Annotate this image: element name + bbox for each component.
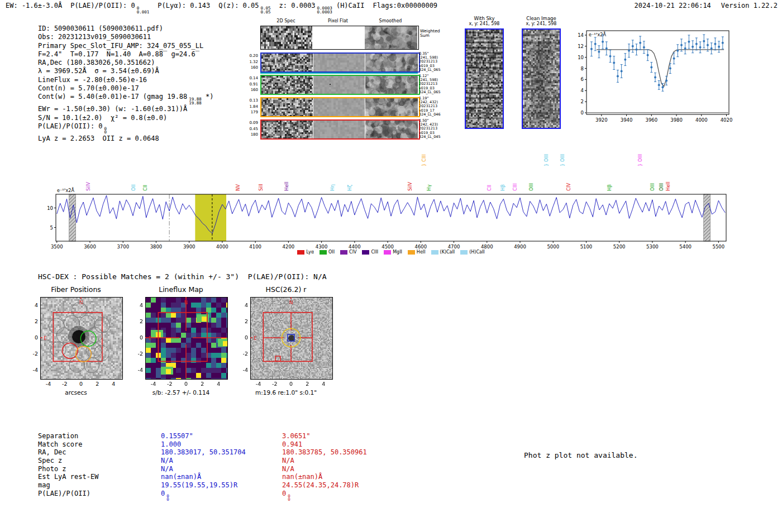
legend-swatch	[384, 250, 391, 255]
header-meta: 2024-10-21 22:06:14Version 1.22.2	[635, 2, 778, 9]
row-left-value: 160	[241, 87, 258, 93]
legend-item: (H)CaII	[460, 250, 484, 255]
row-left-value: 0.13	[241, 98, 258, 104]
spec2d-row-strip	[260, 97, 420, 117]
header-segment: Flags:0x00000009	[373, 2, 437, 9]
svg-text:4200: 4200	[283, 244, 295, 250]
emission-line-label: SiII	[258, 184, 264, 191]
svg-text:4700: 4700	[448, 244, 460, 250]
weighted-2dspec-image	[261, 26, 312, 49]
y-tick-label: -2	[235, 351, 248, 357]
row-pixelflat-image	[313, 121, 365, 138]
match-value: N/A	[282, 465, 367, 473]
y-tick-label: -4	[235, 367, 248, 373]
row-left-values: 0.131.84179	[241, 98, 258, 116]
svg-text:10: 10	[578, 55, 584, 60]
y-tick-label: 4	[130, 302, 143, 308]
spec2d-row-strip	[260, 52, 420, 73]
match-table-labels: SeparationMatch scoreRA, DecSpec zPhoto …	[38, 432, 98, 498]
svg-text:4400: 4400	[349, 244, 361, 250]
x-tick-label: 2	[196, 381, 209, 387]
emission-line-label: SiIV	[407, 182, 413, 191]
svg-text:4100: 4100	[249, 244, 261, 250]
row-label: Est LyA rest-EW	[38, 473, 98, 481]
with-sky-panel: With Sky x, y: 241, 598	[463, 16, 506, 129]
teal-separator-line	[260, 73, 418, 74]
emission-line-label: CIII	[512, 184, 518, 191]
legend-label: CIV	[349, 250, 356, 255]
row-label: mag	[38, 481, 98, 490]
sup-sub-stack: 00	[288, 495, 290, 502]
cutout-panel-1: Fiber Positionsarcsecs-4-4-2-2002244NE	[20, 282, 132, 398]
emission-line-label: SiIV	[85, 182, 91, 191]
row-2dspec-image	[261, 98, 313, 116]
match-value: 0.15507"	[161, 432, 246, 440]
match-column-2: 3.0651"0.941180.383785, 50.350961N/AN/An…	[282, 432, 367, 498]
with-sky-image	[465, 28, 504, 129]
weighted-sum-label: Weighted Sum	[420, 29, 440, 38]
row-left-value: 0.91	[241, 82, 258, 88]
info-line: λ = 3969.52Å σ = 3.54(±0.69)Å	[38, 67, 214, 75]
legend-item: CIV	[340, 250, 356, 255]
row-left-value: 160	[241, 65, 258, 71]
compass-east-label: E	[149, 336, 152, 341]
svg-text:3940: 3940	[621, 117, 633, 123]
svg-text:4020: 4020	[721, 117, 733, 123]
row-right-annotations: 1.50"(242, 423)20231213v019_03324_LL_045	[419, 119, 452, 139]
elixer-report-page: { "header": { "segments": [ {"text": "EW…	[0, 0, 782, 532]
info-line: ID: 5090030611 (5090030611.pdf)	[38, 25, 214, 33]
row-pixelflat-image	[313, 76, 365, 94]
emission-line-label: Hη	[330, 184, 335, 191]
svg-text:6: 6	[581, 76, 584, 82]
with-sky-coords: x, y: 241, 598	[463, 21, 506, 26]
match-column-1: 0.15507"1.000180.383017, 50.351704N/AN/A…	[161, 432, 246, 498]
match-value: 19.55(19.55,19.55)R	[161, 481, 246, 490]
cutout-xlabel: arcsecs	[20, 389, 132, 396]
match-plae-value: 000	[282, 490, 367, 498]
legend-label: MgII	[393, 250, 402, 255]
y-tick-label: 2	[25, 318, 38, 324]
x-tick-label: 4	[107, 381, 120, 387]
header-segment: EW: -1.6±-3.0Å	[6, 2, 62, 9]
legend-item: MgII	[384, 250, 402, 255]
match-value: nan(±nan)Å	[161, 473, 246, 481]
x-tick-label: -2	[163, 381, 177, 387]
row-right-annotation: 324_LL_065	[419, 68, 452, 72]
svg-text:5400: 5400	[679, 244, 692, 250]
catalog-match-box-red	[275, 356, 280, 361]
emission-line-label: CII	[487, 185, 492, 191]
emission-line-label: HeII	[665, 181, 671, 191]
emission-line-label: Hζ	[347, 185, 352, 191]
info-line: Cont(w) = 5.40(±0.01)e-17 (gmag 19.8819.…	[38, 93, 214, 105]
detection-info-block: ID: 5090030611 (5090030611.pdf)Obs: 2023…	[38, 25, 214, 143]
match-value: 180.383017, 50.351704	[161, 448, 246, 457]
y-tick-label: -4	[130, 367, 143, 373]
full-spectrum-plot: 3500360037003800390040004100420043004400…	[34, 145, 760, 265]
match-value: 1.000	[161, 440, 246, 449]
row-label: Match score	[38, 440, 98, 449]
svg-text:4: 4	[581, 88, 584, 93]
weighted-sum-strip	[260, 26, 419, 50]
row-left-value: 0.45	[241, 126, 258, 132]
emission-line-labels: SiIVOIICIINVSiIIHeIIHηHζSiIV} CIIIHγCIIH…	[85, 154, 671, 191]
x-tick-label: 0	[179, 381, 193, 387]
row-label: Photo z	[38, 465, 98, 473]
emission-line-label: Hβ	[500, 184, 506, 191]
y-tick-label: 2	[235, 318, 248, 324]
svg-text:3800: 3800	[150, 244, 163, 250]
legend-item: HeII	[408, 250, 426, 255]
svg-text:4800: 4800	[481, 244, 493, 250]
cutout-panel-2: Lineflux Maps/b: -2.57 +/- 0.114-4-4-2-2…	[125, 282, 237, 398]
header-segment: P(LAE)/P(OII): 000.001	[70, 2, 149, 9]
weighted-smoothed-image	[365, 26, 417, 49]
y-tick-label: 0	[235, 334, 248, 341]
legend-swatch	[297, 250, 304, 255]
legend-label: HeII	[417, 250, 426, 255]
spectrum-y-axis-ticks: 510	[47, 205, 56, 231]
match-value: 0.941	[282, 440, 367, 449]
emission-line-label: OIII	[650, 183, 655, 191]
svg-text:5: 5	[50, 225, 53, 231]
info-line: P(LAE)/P(OII): 000	[38, 122, 214, 135]
y-tick-label: 2	[130, 318, 143, 324]
report-timestamp: 2024-10-21 22:06:14	[635, 2, 711, 9]
